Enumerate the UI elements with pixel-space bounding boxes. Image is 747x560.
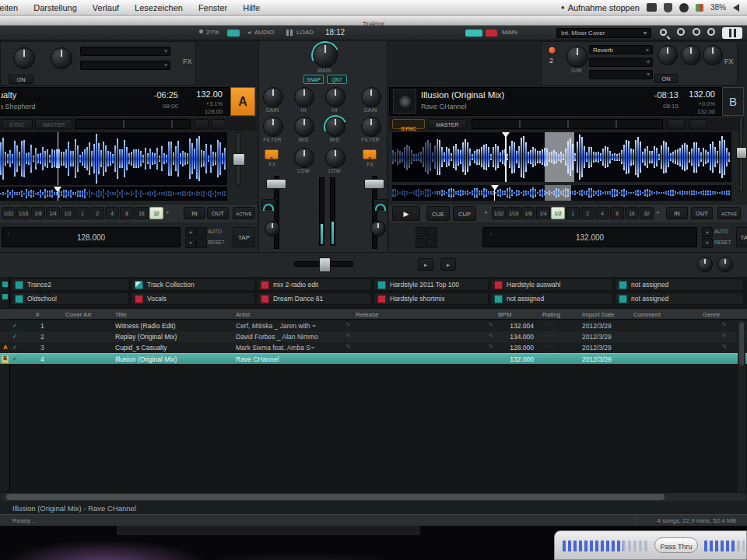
loop-size-button[interactable]: 1/4 — [46, 207, 60, 219]
fullscreen-toggle-icon[interactable] — [677, 28, 685, 36]
main-volume-knob[interactable] — [313, 43, 338, 68]
horizontal-scrollbar[interactable] — [2, 493, 745, 501]
channel-b-fader-handle[interactable] — [364, 179, 384, 189]
table-row[interactable]: ✓ 1 Witness (Radio Edit) Cerf, Mitiska _… — [0, 320, 747, 331]
loop-size-button-active[interactable]: 32 — [149, 207, 163, 219]
loop-size-scroll-left-icon[interactable]: ◂ — [484, 209, 487, 215]
edit-pencil-icon[interactable]: ✎ — [346, 322, 351, 328]
fx1-slot-knob-1[interactable] — [13, 47, 35, 69]
deck-b-waveform[interactable] — [392, 132, 731, 182]
favorite-slot[interactable]: Hardstyle 2011 Top 100 — [374, 278, 489, 291]
keylock-note-icon[interactable]: ♪ — [489, 231, 493, 236]
edit-pencil-icon[interactable]: ✎ — [346, 344, 351, 350]
channel-a-fx1-assign-button[interactable]: 1 — [265, 149, 279, 159]
favorite-slot[interactable]: Track Collection — [131, 278, 255, 291]
keylock-note-icon[interactable]: ♪ — [7, 231, 10, 236]
channel-b-eq-low-knob[interactable] — [325, 148, 345, 168]
edit-pencil-icon[interactable]: ✎ — [489, 333, 493, 339]
rating-dots[interactable]: · · · · · — [541, 355, 556, 361]
favorite-slot[interactable]: Hardstyle auswahl — [490, 278, 613, 291]
deck-a-loop-in-button[interactable]: IN — [184, 207, 205, 219]
deck-a-loop-out-button[interactable]: OUT — [207, 207, 229, 219]
favorite-slot[interactable]: Dream Dance 61 — [257, 292, 372, 305]
loop-size-button[interactable]: 1/4 — [536, 207, 550, 219]
loop-size-button[interactable]: 1/32 — [2, 207, 16, 219]
quantize-button[interactable]: QNT — [327, 75, 347, 84]
favorite-slot[interactable]: mix 2-radio edit — [257, 278, 372, 291]
deck-b-auto-label[interactable]: AUTO — [714, 229, 728, 234]
deck-a-auto-label[interactable]: AUTO — [208, 229, 222, 234]
channel-a-eq-mid-knob[interactable] — [294, 117, 314, 137]
loop-size-button[interactable]: 8 — [120, 207, 134, 219]
favorite-slot[interactable]: not assigned — [490, 292, 613, 305]
crossfader-handle[interactable] — [319, 257, 331, 272]
deck-b-loop-out-button[interactable]: OUT — [691, 207, 713, 219]
menu-item-hilfe[interactable]: Hilfe — [235, 3, 268, 12]
deck-a-stripe-overview[interactable] — [0, 187, 227, 201]
pass-thru-button[interactable]: Pass Thru — [654, 537, 698, 553]
deck-b-sync-button[interactable]: SYNC — [392, 119, 425, 129]
deck-a-subheader-button-1[interactable] — [195, 119, 209, 129]
rating-dots[interactable]: · · · · · — [541, 322, 556, 327]
loop-size-button[interactable]: 2 — [90, 207, 104, 219]
deck-a-tempo-down-button[interactable]: ▼ — [185, 238, 196, 248]
loop-size-button[interactable]: 1/16 — [16, 207, 30, 219]
menu-item-lesezeichen[interactable]: Lesezeichen — [127, 3, 191, 12]
rating-dots[interactable]: · · · · · — [541, 344, 556, 349]
deck-b-reset-label[interactable]: RESET — [714, 240, 731, 245]
deck-a-waveform[interactable] — [0, 132, 227, 185]
fx1-slot-select-2[interactable]: ▾ — [80, 61, 170, 70]
window-titlebar[interactable]: Traktor — [0, 16, 747, 26]
deck-a-subheader-button-2[interactable] — [212, 119, 226, 129]
loop-size-scroll-right-icon[interactable]: ▸ — [167, 209, 170, 215]
deck-b-header[interactable]: Illusion (Original Mix) Rave CHannel -08… — [389, 87, 722, 116]
deck-b-bend-minus-button[interactable] — [416, 238, 426, 248]
favorite-slot[interactable]: Trance2 — [11, 278, 129, 291]
edit-pencil-icon[interactable]: ✎ — [722, 322, 727, 328]
channel-a-fader-handle[interactable] — [266, 179, 286, 189]
deck-b-beatjump-end-button[interactable]: ▸ — [440, 258, 456, 271]
fx2-slot-select-2[interactable]: ▾ — [589, 58, 653, 67]
loop-size-button[interactable]: 1 — [566, 207, 580, 219]
table-row[interactable]: ✓ 2 Replay (Original Mix) David Forbes _… — [0, 331, 747, 342]
deck-b-tempo-display[interactable]: ♪ 132.000 — [482, 227, 697, 247]
menu-extra-grid-icon[interactable] — [647, 3, 657, 12]
edit-pencil-icon[interactable]: ✎ — [489, 322, 493, 328]
deck-b-move-button-2[interactable] — [426, 227, 437, 237]
loop-size-button[interactable]: 1/8 — [31, 207, 45, 219]
channel-a-eq-low-knob[interactable] — [294, 148, 314, 168]
deck-b-tap-button[interactable]: TAP — [736, 227, 747, 247]
snap-button[interactable]: SNAP — [303, 75, 324, 84]
loop-size-button[interactable]: 4 — [595, 207, 609, 219]
channel-b-headphone-cue-button[interactable] — [374, 199, 388, 210]
channel-a-eq-hi-knob[interactable] — [294, 87, 314, 107]
channel-b-pan-knob[interactable] — [370, 221, 386, 236]
preferences-icon[interactable] — [693, 28, 700, 36]
fx2-active-indicator-icon[interactable] — [548, 46, 556, 54]
fx2-slot1-knob[interactable] — [658, 45, 678, 65]
vertical-scrollbar[interactable] — [738, 320, 745, 492]
help-circle-icon[interactable] — [707, 28, 715, 36]
tracklist-header[interactable]: # Cover Art Title Artist Release BPM Rat… — [0, 308, 747, 320]
deck-a-tempo-display[interactable]: ♪ 128.000 — [2, 227, 181, 247]
channel-a-headphone-cue-button[interactable] — [261, 199, 275, 210]
fx2-slot1-on-button[interactable]: ON — [654, 74, 678, 83]
menu-item-fenster[interactable]: Fenster — [191, 3, 235, 12]
audio-utility-panel[interactable]: Pass Thru — [554, 530, 747, 560]
fx2-slot2-knob[interactable] — [681, 45, 701, 65]
table-row[interactable]: A ✓ 3 Cupid_s Casualty Mark Sixma feat. … — [0, 342, 747, 353]
menu-item-darstellung[interactable]: Darstellung — [26, 3, 85, 12]
edit-pencil-icon[interactable]: ✎ — [722, 344, 727, 350]
aux-knob-2[interactable] — [717, 257, 733, 272]
fx2-drywet-knob[interactable] — [566, 46, 588, 68]
channel-b-filter-knob[interactable] — [361, 117, 381, 137]
deck-b-beatjump-forward-button[interactable]: ▸ — [418, 258, 433, 271]
menu-item-bearbeiten[interactable]: Bearbeiten — [0, 3, 26, 12]
deck-a-tempo-up-button[interactable]: ▲ — [185, 227, 196, 237]
deck-b-loop-in-button[interactable]: IN — [666, 207, 688, 219]
menu-battery-percent[interactable]: 38% — [710, 3, 726, 12]
loop-size-button[interactable]: 1/2 — [61, 207, 75, 219]
fx2-slot-select-3[interactable]: ▾ — [589, 70, 653, 79]
loop-size-button[interactable]: 2 — [580, 207, 594, 219]
fx1-slot-select-1[interactable]: ▾ — [80, 47, 170, 56]
